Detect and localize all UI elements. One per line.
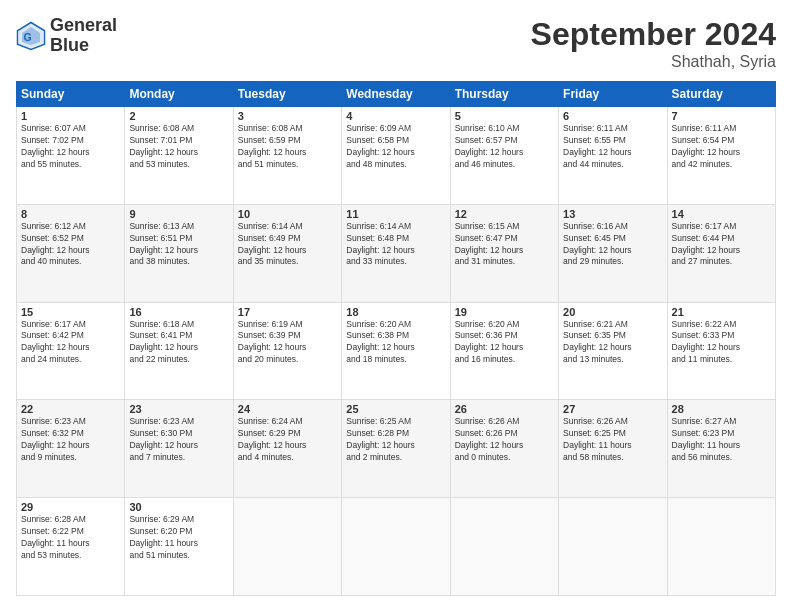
day-number: 4 <box>346 110 445 122</box>
day-info: Sunrise: 6:16 AM Sunset: 6:45 PM Dayligh… <box>563 221 662 269</box>
day-info: Sunrise: 6:13 AM Sunset: 6:51 PM Dayligh… <box>129 221 228 269</box>
calendar-cell: 21Sunrise: 6:22 AM Sunset: 6:33 PM Dayli… <box>667 302 775 400</box>
day-info: Sunrise: 6:09 AM Sunset: 6:58 PM Dayligh… <box>346 123 445 171</box>
day-number: 3 <box>238 110 337 122</box>
day-number: 15 <box>21 306 120 318</box>
calendar-cell: 22Sunrise: 6:23 AM Sunset: 6:32 PM Dayli… <box>17 400 125 498</box>
calendar-cell: 15Sunrise: 6:17 AM Sunset: 6:42 PM Dayli… <box>17 302 125 400</box>
calendar-table: SundayMondayTuesdayWednesdayThursdayFrid… <box>16 81 776 596</box>
header-row: SundayMondayTuesdayWednesdayThursdayFrid… <box>17 82 776 107</box>
day-info: Sunrise: 6:14 AM Sunset: 6:49 PM Dayligh… <box>238 221 337 269</box>
day-of-week-header: Tuesday <box>233 82 341 107</box>
day-number: 21 <box>672 306 771 318</box>
day-info: Sunrise: 6:20 AM Sunset: 6:38 PM Dayligh… <box>346 319 445 367</box>
day-info: Sunrise: 6:20 AM Sunset: 6:36 PM Dayligh… <box>455 319 554 367</box>
calendar-cell: 27Sunrise: 6:26 AM Sunset: 6:25 PM Dayli… <box>559 400 667 498</box>
day-number: 14 <box>672 208 771 220</box>
calendar-week-row: 15Sunrise: 6:17 AM Sunset: 6:42 PM Dayli… <box>17 302 776 400</box>
day-number: 8 <box>21 208 120 220</box>
day-number: 5 <box>455 110 554 122</box>
day-number: 9 <box>129 208 228 220</box>
calendar-cell: 23Sunrise: 6:23 AM Sunset: 6:30 PM Dayli… <box>125 400 233 498</box>
subtitle: Shathah, Syria <box>531 53 776 71</box>
day-number: 11 <box>346 208 445 220</box>
day-info: Sunrise: 6:17 AM Sunset: 6:42 PM Dayligh… <box>21 319 120 367</box>
day-info: Sunrise: 6:17 AM Sunset: 6:44 PM Dayligh… <box>672 221 771 269</box>
day-number: 24 <box>238 403 337 415</box>
calendar-week-row: 29Sunrise: 6:28 AM Sunset: 6:22 PM Dayli… <box>17 498 776 596</box>
calendar-cell: 28Sunrise: 6:27 AM Sunset: 6:23 PM Dayli… <box>667 400 775 498</box>
month-title: September 2024 <box>531 16 776 53</box>
day-info: Sunrise: 6:26 AM Sunset: 6:26 PM Dayligh… <box>455 416 554 464</box>
calendar-cell <box>667 498 775 596</box>
calendar-cell <box>342 498 450 596</box>
calendar-cell <box>559 498 667 596</box>
calendar-week-row: 22Sunrise: 6:23 AM Sunset: 6:32 PM Dayli… <box>17 400 776 498</box>
day-info: Sunrise: 6:21 AM Sunset: 6:35 PM Dayligh… <box>563 319 662 367</box>
day-of-week-header: Sunday <box>17 82 125 107</box>
day-of-week-header: Thursday <box>450 82 558 107</box>
day-number: 17 <box>238 306 337 318</box>
day-info: Sunrise: 6:24 AM Sunset: 6:29 PM Dayligh… <box>238 416 337 464</box>
day-info: Sunrise: 6:08 AM Sunset: 6:59 PM Dayligh… <box>238 123 337 171</box>
day-info: Sunrise: 6:19 AM Sunset: 6:39 PM Dayligh… <box>238 319 337 367</box>
day-number: 29 <box>21 501 120 513</box>
day-number: 18 <box>346 306 445 318</box>
day-info: Sunrise: 6:27 AM Sunset: 6:23 PM Dayligh… <box>672 416 771 464</box>
day-number: 19 <box>455 306 554 318</box>
day-info: Sunrise: 6:08 AM Sunset: 7:01 PM Dayligh… <box>129 123 228 171</box>
day-number: 1 <box>21 110 120 122</box>
day-info: Sunrise: 6:11 AM Sunset: 6:55 PM Dayligh… <box>563 123 662 171</box>
calendar-week-row: 1Sunrise: 6:07 AM Sunset: 7:02 PM Daylig… <box>17 107 776 205</box>
svg-text:G: G <box>24 31 32 43</box>
calendar-cell: 12Sunrise: 6:15 AM Sunset: 6:47 PM Dayli… <box>450 204 558 302</box>
day-number: 12 <box>455 208 554 220</box>
calendar-cell: 1Sunrise: 6:07 AM Sunset: 7:02 PM Daylig… <box>17 107 125 205</box>
day-number: 25 <box>346 403 445 415</box>
day-number: 6 <box>563 110 662 122</box>
title-block: September 2024 Shathah, Syria <box>531 16 776 71</box>
day-number: 20 <box>563 306 662 318</box>
day-of-week-header: Monday <box>125 82 233 107</box>
day-info: Sunrise: 6:12 AM Sunset: 6:52 PM Dayligh… <box>21 221 120 269</box>
calendar-cell: 11Sunrise: 6:14 AM Sunset: 6:48 PM Dayli… <box>342 204 450 302</box>
day-info: Sunrise: 6:23 AM Sunset: 6:32 PM Dayligh… <box>21 416 120 464</box>
day-number: 7 <box>672 110 771 122</box>
day-info: Sunrise: 6:14 AM Sunset: 6:48 PM Dayligh… <box>346 221 445 269</box>
calendar-cell: 16Sunrise: 6:18 AM Sunset: 6:41 PM Dayli… <box>125 302 233 400</box>
day-info: Sunrise: 6:23 AM Sunset: 6:30 PM Dayligh… <box>129 416 228 464</box>
calendar-cell <box>450 498 558 596</box>
day-number: 10 <box>238 208 337 220</box>
day-number: 16 <box>129 306 228 318</box>
day-number: 27 <box>563 403 662 415</box>
calendar-cell: 19Sunrise: 6:20 AM Sunset: 6:36 PM Dayli… <box>450 302 558 400</box>
calendar-cell: 17Sunrise: 6:19 AM Sunset: 6:39 PM Dayli… <box>233 302 341 400</box>
calendar-cell: 20Sunrise: 6:21 AM Sunset: 6:35 PM Dayli… <box>559 302 667 400</box>
day-number: 28 <box>672 403 771 415</box>
calendar-cell: 26Sunrise: 6:26 AM Sunset: 6:26 PM Dayli… <box>450 400 558 498</box>
calendar-cell: 7Sunrise: 6:11 AM Sunset: 6:54 PM Daylig… <box>667 107 775 205</box>
page: G General Blue September 2024 Shathah, S… <box>0 0 792 612</box>
day-of-week-header: Friday <box>559 82 667 107</box>
calendar-cell: 25Sunrise: 6:25 AM Sunset: 6:28 PM Dayli… <box>342 400 450 498</box>
day-info: Sunrise: 6:25 AM Sunset: 6:28 PM Dayligh… <box>346 416 445 464</box>
day-of-week-header: Saturday <box>667 82 775 107</box>
calendar-cell <box>233 498 341 596</box>
day-info: Sunrise: 6:26 AM Sunset: 6:25 PM Dayligh… <box>563 416 662 464</box>
day-info: Sunrise: 6:10 AM Sunset: 6:57 PM Dayligh… <box>455 123 554 171</box>
calendar-cell: 29Sunrise: 6:28 AM Sunset: 6:22 PM Dayli… <box>17 498 125 596</box>
day-info: Sunrise: 6:29 AM Sunset: 6:20 PM Dayligh… <box>129 514 228 562</box>
day-number: 22 <box>21 403 120 415</box>
calendar-cell: 4Sunrise: 6:09 AM Sunset: 6:58 PM Daylig… <box>342 107 450 205</box>
calendar-cell: 13Sunrise: 6:16 AM Sunset: 6:45 PM Dayli… <box>559 204 667 302</box>
day-number: 2 <box>129 110 228 122</box>
logo-icon: G <box>16 21 46 51</box>
calendar-cell: 6Sunrise: 6:11 AM Sunset: 6:55 PM Daylig… <box>559 107 667 205</box>
calendar-cell: 30Sunrise: 6:29 AM Sunset: 6:20 PM Dayli… <box>125 498 233 596</box>
calendar-cell: 18Sunrise: 6:20 AM Sunset: 6:38 PM Dayli… <box>342 302 450 400</box>
logo: G General Blue <box>16 16 117 56</box>
calendar-cell: 2Sunrise: 6:08 AM Sunset: 7:01 PM Daylig… <box>125 107 233 205</box>
day-info: Sunrise: 6:15 AM Sunset: 6:47 PM Dayligh… <box>455 221 554 269</box>
day-number: 13 <box>563 208 662 220</box>
calendar-cell: 10Sunrise: 6:14 AM Sunset: 6:49 PM Dayli… <box>233 204 341 302</box>
